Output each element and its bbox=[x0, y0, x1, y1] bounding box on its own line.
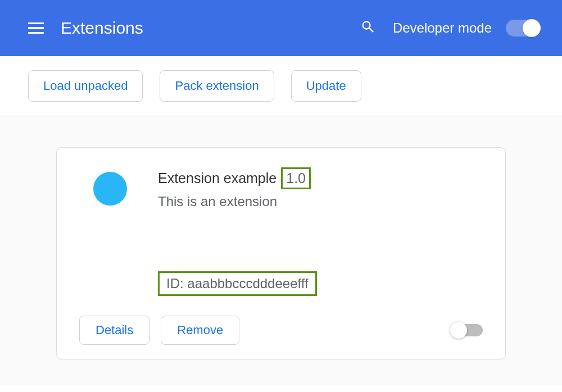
extension-icon bbox=[93, 172, 127, 206]
extension-id: ID: aaabbbcccdddeeefff bbox=[166, 276, 309, 291]
extension-title-row: Extension example 1.0 bbox=[158, 167, 483, 189]
card-actions: Details Remove bbox=[79, 316, 483, 345]
toggle-knob-icon bbox=[450, 322, 467, 339]
extension-description: This is an extension bbox=[158, 194, 483, 209]
load-unpacked-button[interactable]: Load unpacked bbox=[28, 70, 143, 102]
developer-mode-label: Developer mode bbox=[393, 20, 492, 36]
developer-mode-toggle[interactable] bbox=[506, 20, 540, 37]
search-icon[interactable] bbox=[360, 19, 376, 37]
extension-id-row: ID: aaabbbcccdddeeefff bbox=[79, 271, 483, 296]
header-bar: Extensions Developer mode bbox=[0, 0, 562, 56]
toggle-knob-icon bbox=[523, 19, 541, 37]
extension-name: Extension example bbox=[158, 170, 277, 186]
extension-version: 1.0 bbox=[286, 170, 306, 186]
extension-card: Extension example 1.0 This is an extensi… bbox=[56, 147, 506, 359]
extension-id-highlight: ID: aaabbbcccdddeeefff bbox=[158, 271, 317, 296]
extension-version-highlight: 1.0 bbox=[281, 167, 311, 189]
pack-extension-button[interactable]: Pack extension bbox=[160, 70, 274, 102]
page-title: Extensions bbox=[61, 19, 360, 38]
extension-info: Extension example 1.0 This is an extensi… bbox=[158, 167, 483, 209]
card-top-section: Extension example 1.0 This is an extensi… bbox=[79, 167, 483, 209]
remove-button[interactable]: Remove bbox=[161, 316, 239, 345]
hamburger-menu-icon[interactable] bbox=[28, 22, 44, 34]
details-button[interactable]: Details bbox=[79, 316, 149, 345]
developer-toolbar: Load unpacked Pack extension Update bbox=[0, 56, 562, 116]
extension-enable-toggle[interactable] bbox=[452, 324, 483, 336]
extensions-content: Extension example 1.0 This is an extensi… bbox=[0, 116, 562, 385]
update-button[interactable]: Update bbox=[291, 70, 361, 102]
